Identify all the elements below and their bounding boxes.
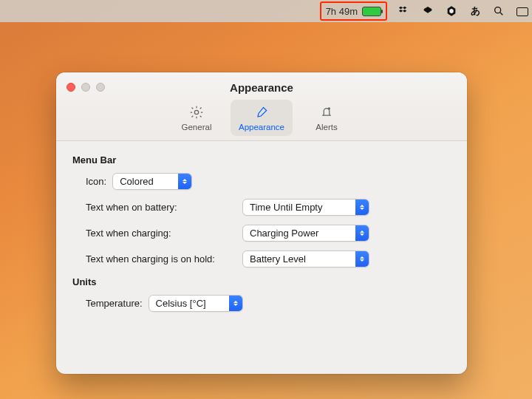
paintbrush-icon — [253, 104, 270, 120]
label-twob: Text when on battery: — [86, 202, 242, 213]
window-title: Appearance — [66, 80, 457, 94]
row-temperature: Temperature: Celsius [°C] — [72, 295, 451, 312]
section-heading-units: Units — [72, 276, 451, 287]
select-value: Time Until Empty — [243, 202, 328, 213]
cloud-sync-icon[interactable] — [421, 4, 434, 18]
select-text-when-charging-hold[interactable]: Battery Level — [242, 250, 369, 267]
svg-point-0 — [495, 7, 501, 13]
control-center-icon[interactable] — [516, 4, 529, 18]
window-toolbar: Appearance General Appearance Alerts — [56, 72, 467, 141]
select-value: Battery Level — [243, 253, 312, 265]
tab-general[interactable]: General — [166, 100, 228, 136]
row-text-when-charging-hold: Text when charging is on hold: Battery L… — [72, 250, 451, 267]
label-twc: Text when charging: — [86, 228, 242, 239]
select-temperature[interactable]: Celsius [°C] — [149, 295, 243, 312]
menubar-battery-status[interactable]: 7h 49m — [320, 1, 387, 21]
spotlight-search-icon[interactable] — [492, 4, 505, 18]
preferences-window: Appearance General Appearance Alerts — [56, 72, 467, 374]
toolbar-tabs: General Appearance Alerts — [66, 100, 457, 136]
stepper-icon — [355, 225, 369, 241]
tab-label: Appearance — [239, 123, 284, 132]
tab-alerts[interactable]: Alerts — [296, 100, 358, 136]
label-twch: Text when charging is on hold: — [86, 253, 242, 265]
minimize-button[interactable] — [81, 83, 90, 92]
hex-app-icon[interactable] — [445, 4, 458, 18]
select-text-when-on-battery[interactable]: Time Until Empty — [242, 199, 369, 216]
select-icon[interactable]: Colored — [112, 173, 192, 190]
row-text-when-charging: Text when charging: Charging Power — [72, 225, 451, 242]
bell-icon — [318, 104, 335, 120]
svg-point-2 — [194, 110, 198, 114]
tab-appearance[interactable]: Appearance — [231, 100, 293, 136]
macos-menubar: 7h 49m あ — [0, 0, 532, 22]
battery-icon — [362, 7, 381, 16]
select-value: Colored — [113, 176, 160, 187]
svg-point-3 — [328, 107, 330, 109]
stepper-icon — [355, 200, 369, 215]
select-value: Celsius [°C] — [149, 298, 212, 309]
row-icon: Icon: Colored — [72, 173, 451, 190]
dropbox-icon[interactable] — [398, 4, 411, 18]
section-heading-menubar: Menu Bar — [72, 154, 451, 166]
tab-label: General — [182, 123, 212, 132]
zoom-button[interactable] — [96, 83, 105, 92]
window-traffic-lights — [66, 83, 105, 92]
label-temperature: Temperature: — [86, 298, 143, 309]
gear-icon — [188, 104, 205, 120]
input-source-icon[interactable]: あ — [468, 4, 482, 18]
stepper-icon — [229, 296, 242, 311]
battery-time-text: 7h 49m — [326, 6, 358, 17]
stepper-icon — [178, 174, 191, 189]
svg-line-1 — [500, 13, 502, 15]
select-value: Charging Power — [243, 228, 324, 239]
stepper-icon — [355, 251, 369, 267]
row-text-when-on-battery: Text when on battery: Time Until Empty — [72, 199, 451, 216]
close-button[interactable] — [66, 83, 75, 92]
label-icon: Icon: — [86, 176, 106, 187]
tab-label: Alerts — [316, 123, 337, 132]
select-text-when-charging[interactable]: Charging Power — [242, 225, 369, 242]
window-content: Menu Bar Icon: Colored Text when on batt… — [56, 141, 467, 331]
